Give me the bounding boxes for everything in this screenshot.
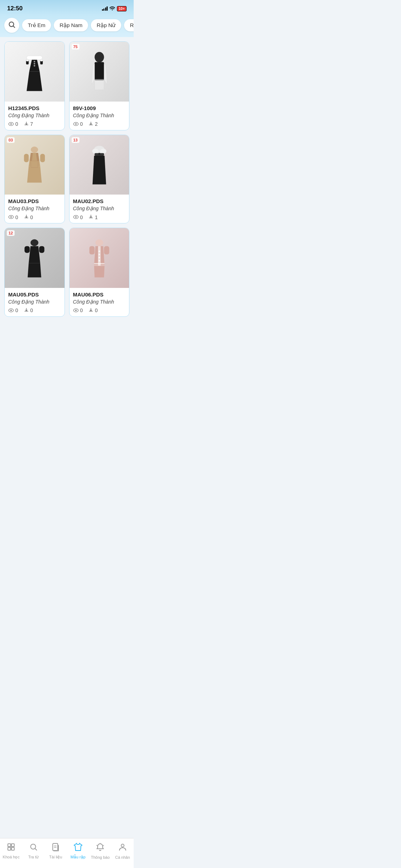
pattern-card-6[interactable]: MAU06.PDS Công Đặng Thành 0 0 xyxy=(69,228,130,317)
signal-icon xyxy=(102,6,108,11)
filter-chip-tre-em[interactable]: Trẻ Em xyxy=(22,19,51,31)
card-downloads-5: 0 xyxy=(24,308,33,314)
eye-icon-2 xyxy=(73,121,79,127)
filter-chip-rap-nam[interactable]: Rập Nam xyxy=(54,19,88,31)
pattern-card-4[interactable]: 13 MAU02.PDS Công Đặng Thành 0 xyxy=(69,135,130,224)
svg-line-1 xyxy=(13,26,15,27)
card-downloads-2: 2 xyxy=(88,121,98,127)
status-bar: 12:50 10+ xyxy=(0,0,134,15)
svg-rect-43 xyxy=(25,246,30,253)
card-info-5: MAU05.PDS Công Đặng Thành 0 0 xyxy=(5,288,65,316)
svg-point-20 xyxy=(75,123,77,125)
svg-point-13 xyxy=(10,123,12,125)
svg-rect-7 xyxy=(26,59,29,61)
eye-icon-4 xyxy=(73,214,79,220)
card-stats-3: 0 0 xyxy=(8,214,61,220)
svg-marker-37 xyxy=(92,156,106,185)
download-icon xyxy=(24,121,29,127)
card-downloads-1: 7 xyxy=(24,121,33,127)
svg-point-56 xyxy=(98,254,100,255)
card-info-6: MAU06.PDS Công Đặng Thành 0 0 xyxy=(70,288,129,316)
svg-point-58 xyxy=(98,260,100,262)
svg-point-11 xyxy=(34,65,35,66)
svg-rect-27 xyxy=(31,161,38,167)
svg-point-36 xyxy=(98,153,100,155)
filter-chip-rap-nu[interactable]: Rập Nữ xyxy=(91,19,121,31)
battery-icon: 10+ xyxy=(117,6,127,11)
dress-illustration-5 xyxy=(14,237,55,279)
card-info-2: 89V-1009 Công Đặng Thành 0 2 xyxy=(70,102,129,130)
dress-illustration-6 xyxy=(78,237,120,279)
svg-rect-53 xyxy=(94,263,104,264)
card-image-4: 13 xyxy=(70,135,129,195)
downloads-count-6: 0 xyxy=(95,308,98,313)
svg-marker-16 xyxy=(91,64,94,85)
card-views-4: 0 xyxy=(73,214,83,220)
downloads-count-5: 0 xyxy=(30,308,33,313)
card-title-1: H12345.PDS xyxy=(8,105,61,111)
pattern-card-3[interactable]: 03 MAU03.PDS Công Đặng Thành xyxy=(4,135,65,224)
search-button[interactable] xyxy=(4,18,19,33)
svg-point-14 xyxy=(94,52,104,62)
search-icon xyxy=(8,21,16,30)
card-stats-4: 0 1 xyxy=(73,214,126,220)
card-views-1: 0 xyxy=(8,121,18,127)
download-icon-5 xyxy=(24,308,29,314)
status-time: 12:50 xyxy=(7,5,22,12)
svg-rect-28 xyxy=(24,154,29,162)
svg-point-39 xyxy=(75,216,77,218)
card-views-2: 0 xyxy=(73,121,83,127)
svg-point-60 xyxy=(75,310,77,311)
card-title-4: MAU02.PDS xyxy=(73,198,126,204)
download-icon-3 xyxy=(24,214,29,220)
pattern-card-5[interactable]: 12 MAU05.PDS Công Đặng Thành 0 xyxy=(4,228,65,317)
card-title-6: MAU06.PDS xyxy=(73,291,126,298)
downloads-count-1: 7 xyxy=(30,121,33,127)
filter-chip-rap-kh[interactable]: Rập Kh xyxy=(124,19,134,31)
card-author-2: Công Đặng Thành xyxy=(73,113,126,118)
search-filter-bar: Trẻ Em Rập Nam Rập Nữ Rập Kh xyxy=(0,15,134,37)
card-info-3: MAU03.PDS Công Đặng Thành 0 0 xyxy=(5,195,65,223)
eye-icon-6 xyxy=(73,308,79,314)
download-icon-6 xyxy=(88,308,93,314)
card-title-3: MAU03.PDS xyxy=(8,198,61,204)
card-views-6: 0 xyxy=(73,308,83,314)
status-icons: 10+ xyxy=(102,6,127,11)
views-count-6: 0 xyxy=(80,308,83,313)
card-author-5: Công Đặng Thành xyxy=(8,299,61,305)
card-badge-4: 13 xyxy=(72,137,79,143)
card-author-1: Công Đặng Thành xyxy=(8,113,61,118)
card-downloads-3: 0 xyxy=(24,214,33,220)
eye-icon-5 xyxy=(8,308,14,314)
svg-point-47 xyxy=(95,239,103,246)
card-author-6: Công Đặng Thành xyxy=(73,299,126,305)
card-stats-5: 0 0 xyxy=(8,308,61,314)
dress-illustration-4 xyxy=(78,144,120,186)
card-grid: H12345.PDS Công Đặng Thành 0 7 xyxy=(0,37,134,321)
svg-rect-52 xyxy=(98,246,101,266)
card-title-2: 89V-1009 xyxy=(73,105,126,111)
pattern-card-1[interactable]: H12345.PDS Công Đặng Thành 0 7 xyxy=(4,41,65,130)
views-count-1: 0 xyxy=(15,121,18,127)
svg-rect-8 xyxy=(40,59,43,61)
eye-icon xyxy=(8,121,14,127)
svg-rect-2 xyxy=(27,56,42,60)
card-image-3: 03 xyxy=(5,135,65,195)
card-views-5: 0 xyxy=(8,308,18,314)
card-badge-5: 12 xyxy=(7,230,15,236)
svg-point-10 xyxy=(34,63,35,64)
downloads-count-4: 1 xyxy=(95,215,98,220)
card-image-1 xyxy=(5,42,65,102)
svg-rect-18 xyxy=(94,79,104,90)
svg-rect-44 xyxy=(39,246,45,253)
svg-point-55 xyxy=(98,250,100,252)
card-stats-2: 0 2 xyxy=(73,121,126,127)
svg-point-40 xyxy=(31,239,38,246)
svg-marker-23 xyxy=(27,166,42,182)
pattern-card-2[interactable]: 75 89V-1009 Công Đặng Thành 0 xyxy=(69,41,130,130)
card-author-3: Công Đặng Thành xyxy=(8,206,61,211)
card-downloads-4: 1 xyxy=(88,214,98,220)
card-views-3: 0 xyxy=(8,214,18,220)
eye-icon-3 xyxy=(8,214,14,220)
card-image-2: 75 xyxy=(70,42,129,102)
